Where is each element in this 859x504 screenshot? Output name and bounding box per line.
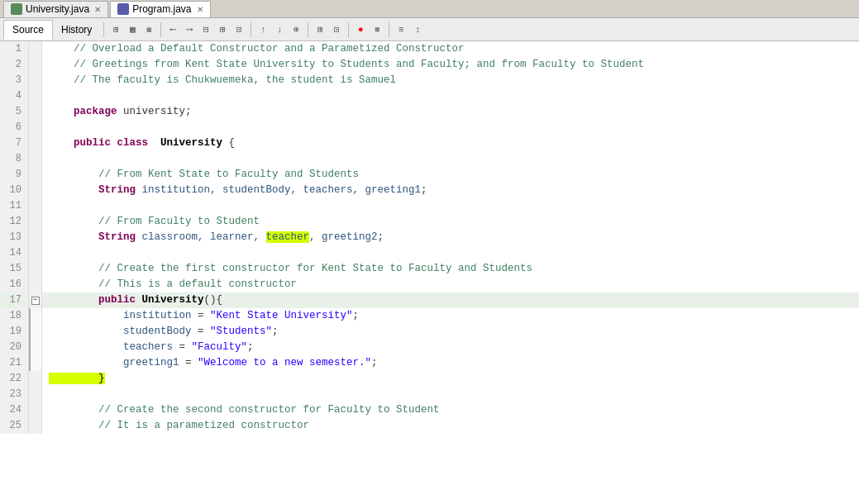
code-line: 4 [0,88,859,104]
line-content[interactable] [42,151,859,167]
toolbar-btn-5[interactable]: ⟶ [182,22,197,37]
toolbar-btn-12[interactable]: ⊞ [313,22,327,37]
toolbar-sep-1 [103,22,104,37]
toolbar-btn-10[interactable]: ↓ [272,22,287,37]
toolbar-btn-15[interactable]: ■ [370,22,384,37]
history-tab[interactable]: History [53,21,100,39]
line-content[interactable]: // Overload a Default Constructor and a … [42,41,859,57]
line-number: 24 [0,402,29,418]
line-content[interactable]: } [42,371,859,387]
tab-program-close[interactable]: ✕ [197,5,203,14]
code-line: 22 } [0,371,859,387]
toolbar-btn-14[interactable]: ● [353,22,368,37]
tab-university[interactable]: University.java ✕ [3,1,108,17]
line-content[interactable]: String institution, studentBody, teacher… [42,183,859,198]
toolbar-sep-5 [348,22,349,37]
line-content[interactable]: // Greetings from Kent State University … [42,57,859,73]
line-number: 16 [0,277,29,292]
toolbar-btn-17[interactable]: ↕ [410,22,425,37]
toolbar-sep-6 [389,22,389,37]
fold-col[interactable]: − [29,292,42,308]
line-number: 4 [0,88,29,104]
line-number: 14 [0,245,29,261]
toolbar-btn-13[interactable]: ⊡ [329,22,344,37]
line-content[interactable] [42,387,859,402]
toolbar-btn-11[interactable]: ⊕ [289,22,303,37]
toolbar-btn-16[interactable]: ≡ [394,22,408,37]
code-line: 12 // From Faculty to Student [0,214,859,230]
line-content[interactable]: // From Kent State to Faculty and Studen… [42,167,859,183]
code-line: 16 // This is a default constructor [0,277,859,292]
line-number: 20 [0,340,29,355]
toolbar-btn-4[interactable]: ⟵ [165,22,180,37]
code-line: 10 String institution, studentBody, teac… [0,183,859,198]
fold-col [29,230,42,245]
code-line: 3 // The faculty is Chukwuemeka, the stu… [0,73,859,88]
line-content[interactable]: String classroom, learner, teacher, gree… [42,230,859,245]
code-line: 13 String classroom, learner, teacher, g… [0,230,859,245]
code-editor: 1 // Overload a Default Constructor and … [0,41,859,504]
line-content[interactable]: greeting1 = "Welcome to a new semester."… [42,355,859,371]
line-content[interactable]: // The faculty is Chukwuemeka, the stude… [42,73,859,88]
line-number: 19 [0,324,29,340]
toolbar-btn-3[interactable]: ◼ [141,22,156,37]
fold-col [29,371,42,387]
toolbar-btn-9[interactable]: ↑ [255,22,270,37]
fold-icon[interactable]: − [31,297,40,305]
line-number: 12 [0,214,29,230]
fold-col [29,261,42,277]
toolbar-btn-2[interactable]: ▦ [125,22,140,37]
line-number: 2 [0,57,29,73]
code-line: 15 // Create the first constructor for K… [0,261,859,277]
line-content[interactable]: institution = "Kent State University"; [42,308,859,324]
line-content[interactable]: package university; [42,104,859,120]
line-content[interactable]: public University(){ [42,292,859,308]
line-content[interactable]: // It is a parametized constructor [42,418,859,434]
code-line: 8 [0,151,859,167]
line-number: 10 [0,183,29,198]
tab-university-close[interactable]: ✕ [94,5,101,14]
line-number: 15 [0,261,29,277]
toolbar-btn-8[interactable]: ⊡ [231,22,246,37]
line-content[interactable]: // Create the first constructor for Kent… [42,261,859,277]
line-number: 8 [0,151,29,167]
line-number: 11 [0,198,29,214]
code-line: 18 institution = "Kent State University"… [0,308,859,324]
line-content[interactable] [42,198,859,214]
fold-col [29,88,42,104]
line-number: 23 [0,387,29,402]
line-number: 1 [0,41,29,57]
line-content[interactable] [42,245,859,261]
line-content[interactable]: studentBody = "Students"; [42,324,859,340]
line-content[interactable]: public class University { [42,136,859,151]
code-line: 5 package university; [0,104,859,120]
line-content[interactable]: // From Faculty to Student [42,214,859,230]
line-content[interactable]: // This is a default constructor [42,277,859,292]
line-number: 22 [0,371,29,387]
line-content[interactable]: teachers = "Faculty"; [42,340,859,355]
line-number: 17 [0,292,29,308]
line-content[interactable] [42,120,859,136]
toolbar-btn-7[interactable]: ⊞ [215,22,230,37]
tab-university-label: University.java [26,3,89,15]
code-line: 1 // Overload a Default Constructor and … [0,41,859,57]
fold-col [29,167,42,183]
code-line: 2 // Greetings from Kent State Universit… [0,57,859,73]
code-line: 24 // Create the second constructor for … [0,402,859,418]
fold-col [29,104,42,120]
code-line: 23 [0,387,859,402]
source-tab[interactable]: Source [3,20,53,40]
fold-col [29,277,42,292]
line-content[interactable] [42,88,859,104]
tab-program[interactable]: Program.java ✕ [110,1,210,17]
line-content[interactable]: // Create the second constructor for Fac… [42,402,859,418]
line-number: 3 [0,73,29,88]
code-lines: 1 // Overload a Default Constructor and … [0,41,859,504]
line-number: 25 [0,418,29,434]
code-line: 7 public class University { [0,136,859,151]
toolbar-btn-6[interactable]: ⊟ [198,22,213,37]
code-line: 14 [0,245,859,261]
fold-col [29,151,42,167]
fold-col [29,183,42,198]
toolbar-btn-1[interactable]: ⊞ [108,22,123,37]
